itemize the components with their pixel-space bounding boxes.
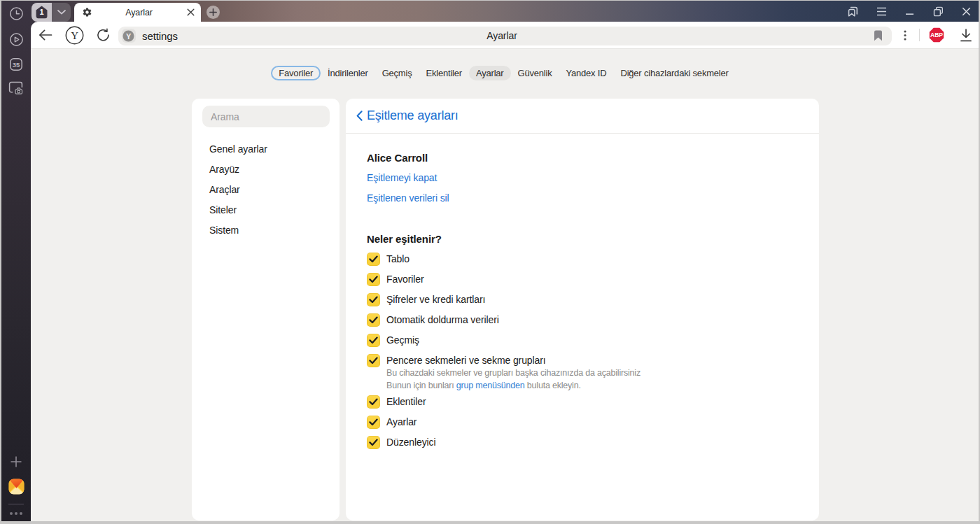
tab-list-chevron-icon[interactable] bbox=[52, 3, 71, 22]
bookmark-flag-icon[interactable] bbox=[874, 30, 883, 41]
toolbar-divider bbox=[919, 29, 920, 41]
spacer bbox=[367, 208, 798, 229]
checkbox-checked-icon[interactable] bbox=[367, 354, 380, 367]
checkbox-checked-icon[interactable] bbox=[367, 313, 380, 327]
checkbox-checked-icon[interactable] bbox=[367, 395, 380, 409]
browser-menu-button[interactable] bbox=[867, 1, 896, 22]
nav-chip-ayarlar[interactable]: Ayarlar bbox=[469, 66, 511, 80]
sync-option-label: Ayarlar bbox=[386, 416, 416, 427]
refresh-button[interactable] bbox=[92, 22, 113, 48]
checkbox-checked-icon[interactable] bbox=[367, 273, 380, 286]
nav-chip-favoriler[interactable]: Favoriler bbox=[271, 66, 321, 80]
minimize-button[interactable] bbox=[896, 1, 925, 22]
sync-option-label: Düzenleyici bbox=[386, 437, 436, 448]
address-toolbar: Y Y settings Ayarlar bbox=[31, 22, 979, 48]
description-text: buluta ekleyin. bbox=[525, 381, 581, 390]
sidebar-add-icon[interactable] bbox=[1, 455, 31, 468]
toolbar-more-icon[interactable] bbox=[895, 22, 916, 48]
svg-text:35: 35 bbox=[13, 61, 20, 69]
sync-option-favoriler[interactable]: Favoriler bbox=[367, 269, 798, 290]
tab-count-badge[interactable]: 35 bbox=[1, 58, 31, 71]
yandex-browser-icon[interactable]: Y bbox=[64, 22, 85, 48]
settings-section-siteler[interactable]: Siteler bbox=[192, 200, 340, 220]
sync-option-label: Otomatik doldurma verileri bbox=[386, 314, 499, 325]
page-title: Ayarlar bbox=[118, 27, 886, 45]
new-tab-button[interactable] bbox=[206, 6, 220, 19]
sync-settings-title: Eşitleme ayarları bbox=[367, 108, 458, 123]
settings-section-arayuz[interactable]: Arayüz bbox=[192, 160, 340, 180]
sync-option-sifreler-ve-kredi-kartlari[interactable]: Şifreler ve kredi kartları bbox=[367, 290, 798, 310]
sync-option-label: Şifreler ve kredi kartları bbox=[386, 294, 485, 305]
sync-option-duzenleyici[interactable]: Düzenleyici bbox=[367, 432, 798, 453]
checkbox-checked-icon[interactable] bbox=[367, 253, 380, 266]
sync-option-tablo[interactable]: Tablo bbox=[367, 249, 798, 269]
browser-window: 35 bbox=[1, 1, 979, 521]
settings-search-input[interactable] bbox=[202, 106, 330, 127]
sync-option-description: Bu cihazdaki sekmeler ve grupları başka … bbox=[386, 367, 798, 392]
sync-settings-body: Alice Carroll Eşitlemeyi kapat Eşitlenen… bbox=[367, 134, 798, 453]
close-window-button[interactable] bbox=[953, 1, 980, 22]
sync-option-ayarlar[interactable]: Ayarlar bbox=[367, 412, 798, 432]
url-bar[interactable]: Y settings Ayarlar bbox=[118, 27, 892, 45]
description-text: Bunun için bunları bbox=[386, 381, 456, 390]
svg-text:ABP: ABP bbox=[930, 31, 943, 38]
sidebar-more-icon[interactable] bbox=[1, 510, 31, 517]
video-play-icon[interactable] bbox=[1, 32, 31, 47]
checkbox-checked-icon[interactable] bbox=[367, 416, 380, 429]
back-chevron-icon[interactable] bbox=[354, 110, 365, 121]
group-menu-link[interactable]: grup menüsünden bbox=[456, 381, 525, 390]
tab-counter-control[interactable]: 1 bbox=[31, 3, 71, 22]
description-line-2: Bunun için bunları grup menüsünden bulut… bbox=[386, 379, 798, 392]
svg-text:Y: Y bbox=[71, 30, 78, 41]
nav-chip-yandex-id[interactable]: Yandex ID bbox=[559, 66, 613, 80]
account-name: Alice Carroll bbox=[367, 152, 428, 164]
disable-sync-link[interactable]: Eşitlemeyi kapat bbox=[367, 172, 437, 183]
active-tab-title: Ayarlar bbox=[92, 8, 187, 17]
adblock-plus-badge[interactable]: ABP bbox=[926, 22, 947, 48]
checkbox-checked-icon[interactable] bbox=[367, 293, 380, 306]
settings-section-araclar[interactable]: Araçlar bbox=[192, 180, 340, 200]
checkbox-checked-icon[interactable] bbox=[367, 334, 380, 347]
sync-option-eklentiler[interactable]: Eklentiler bbox=[367, 392, 798, 412]
checkbox-checked-icon[interactable] bbox=[367, 436, 380, 449]
sync-option-label: Favoriler bbox=[386, 274, 424, 285]
tab-counter-number: 1 bbox=[34, 8, 49, 16]
sync-checkbox-list: TabloFavorilerŞifreler ve kredi kartları… bbox=[367, 249, 798, 453]
settings-section-list: Genel ayarlarArayüzAraçlarSitelerSistem bbox=[192, 139, 340, 241]
side-panels-button[interactable] bbox=[839, 1, 868, 22]
settings-section-genel-ayarlar[interactable]: Genel ayarlar bbox=[192, 139, 340, 160]
nav-chip-i-ndirilenler[interactable]: İndirilenler bbox=[321, 66, 375, 80]
yandex-mail-app-icon[interactable] bbox=[1, 479, 31, 495]
nav-chip-diger-cihazlardaki-sekmeler[interactable]: Diğer cihazlardaki sekmeler bbox=[613, 66, 735, 80]
sidebar-divider bbox=[1, 504, 31, 505]
nav-chip-eklentiler[interactable]: Eklentiler bbox=[419, 66, 468, 80]
window-controls bbox=[839, 1, 980, 22]
description-line-1: Bu cihazdaki sekmeler ve grupları başka … bbox=[386, 367, 798, 379]
settings-section-sistem[interactable]: Sistem bbox=[192, 220, 340, 241]
downloads-button[interactable] bbox=[955, 22, 976, 48]
active-tab[interactable]: Ayarlar bbox=[74, 3, 201, 22]
what-syncs-title: Neler eşitlenir? bbox=[367, 233, 442, 245]
back-button[interactable] bbox=[35, 22, 56, 48]
sync-option-label: Tablo bbox=[386, 253, 410, 264]
maximize-button[interactable] bbox=[924, 1, 953, 22]
tab-gear-icon bbox=[82, 7, 92, 17]
settings-sidebar-card: Genel ayarlarArayüzAraçlarSitelerSistem bbox=[192, 99, 340, 521]
tab-counter-home-icon[interactable]: 1 bbox=[31, 3, 52, 22]
sync-option-label: Pencere sekmeleri ve sekme grupları bbox=[386, 355, 546, 366]
history-clock-icon[interactable] bbox=[1, 6, 31, 21]
sync-option-gecmis[interactable]: Geçmiş bbox=[367, 330, 798, 350]
nav-chip-guvenlik[interactable]: Güvenlik bbox=[511, 66, 559, 80]
delete-synced-data-link[interactable]: Eşitlenen verileri sil bbox=[367, 192, 449, 204]
sync-settings-header: Eşitleme ayarları bbox=[346, 99, 819, 134]
settings-page: FavorilerİndirilenlerGeçmişEklentilerAya… bbox=[31, 48, 979, 521]
screenshot-icon[interactable] bbox=[1, 81, 31, 96]
sync-option-label: Eklentiler bbox=[386, 396, 426, 407]
main-column: 1 Ayarlar bbox=[31, 1, 979, 521]
tab-close-icon[interactable] bbox=[187, 8, 195, 16]
sync-settings-card: Eşitleme ayarları Alice Carroll Eşitleme… bbox=[346, 99, 819, 521]
sync-option-label: Geçmiş bbox=[386, 334, 419, 346]
sync-option-otomatik-doldurma-verileri[interactable]: Otomatik doldurma verileri bbox=[367, 310, 798, 330]
nav-chip-gecmis[interactable]: Geçmiş bbox=[375, 66, 419, 80]
app-sidebar: 35 bbox=[1, 1, 31, 521]
